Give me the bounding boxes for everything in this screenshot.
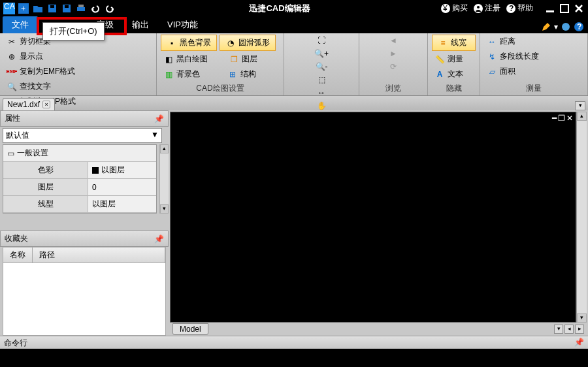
new-icon[interactable]: +: [17, 2, 30, 15]
svg-rect-5: [50, 5, 54, 8]
favorites-header[interactable]: 收藏夹 📌: [0, 231, 169, 247]
scroll-right-icon[interactable]: ▸: [575, 325, 584, 334]
canvas-vscroll[interactable]: ▴▾: [576, 112, 587, 323]
expand-tabs-icon[interactable]: ▾: [575, 101, 585, 110]
copy-emf-button[interactable]: EMF复制为EMF格式: [4, 65, 152, 78]
open-tooltip: 打开(Ctrl+O): [42, 22, 105, 40]
pin-icon[interactable]: 📌: [154, 114, 164, 123]
zoom-out-icon[interactable]: 🔍-: [288, 61, 355, 72]
group-measure: ↔距离 ↯多段线长度 ▱面积 测量: [480, 33, 588, 95]
zoom-in-icon[interactable]: 🔍+: [288, 48, 355, 59]
help-icon[interactable]: ?: [574, 22, 584, 32]
props-scrollbar[interactable]: ▴▾: [159, 144, 169, 214]
prev-icon[interactable]: ◄: [363, 35, 423, 46]
pin-icon[interactable]: 📌: [154, 234, 164, 244]
close-icon[interactable]: [574, 3, 584, 14]
print-icon[interactable]: [74, 2, 88, 15]
lineweight-icon: ≡: [438, 38, 448, 48]
show-points-button[interactable]: ⊕显示点: [4, 50, 152, 63]
close-doc-icon[interactable]: ×: [42, 101, 50, 108]
bw-draw-button[interactable]: ◧黑白绘图: [161, 52, 210, 66]
svg-point-13: [477, 6, 480, 8]
arc-icon: ◔: [225, 38, 236, 48]
tab-file[interactable]: 文件: [3, 16, 38, 33]
svg-text:?: ?: [577, 22, 581, 31]
scroll-left-icon[interactable]: ◂: [564, 325, 574, 334]
canvas-area: ━ ❐ ✕ ▴▾ Model ▾ ◂ ▸: [169, 110, 588, 336]
app-title: 迅捷CAD编辑器: [119, 3, 440, 14]
canvas-restore-icon[interactable]: ❐: [558, 114, 565, 123]
layer-button[interactable]: ❐图层: [226, 52, 260, 66]
text-icon: A: [434, 69, 445, 80]
svg-rect-17: [561, 5, 568, 12]
ribbon: ✂剪切框架 ⊕显示点 EMF复制为EMF格式 🔍查找文字 BMP复制为BMP格式…: [0, 33, 588, 96]
fit-width-icon[interactable]: ↔: [288, 87, 355, 99]
ruler-icon: 📏: [434, 54, 445, 65]
col-name[interactable]: 名称: [3, 247, 33, 263]
layout-tabs: Model ▾ ◂ ▸: [170, 323, 587, 336]
tab-output[interactable]: 输出: [123, 16, 158, 33]
black-bg-button[interactable]: ▪黑色背景: [161, 35, 217, 51]
maximize-icon[interactable]: [559, 3, 570, 14]
group-tools: ✂剪切框架 ⊕显示点 EMF复制为EMF格式 🔍查找文字 BMP复制为BMP格式…: [0, 33, 157, 95]
pen-icon[interactable]: [541, 22, 551, 32]
target-icon: ⊕: [7, 52, 17, 62]
document-tab[interactable]: New1.dxf ×: [3, 98, 55, 110]
svg-rect-9: [78, 5, 84, 7]
save-icon[interactable]: [46, 2, 59, 15]
properties-header[interactable]: 属性 📌: [0, 110, 169, 127]
style-icon[interactable]: [561, 22, 571, 32]
svg-point-18: [562, 23, 570, 31]
default-combo[interactable]: 默认值▼: [3, 128, 162, 143]
distance-button[interactable]: ↔距离: [484, 35, 583, 48]
structure-button[interactable]: ⊞结构: [225, 67, 259, 81]
area-icon: ▱: [487, 67, 497, 77]
zoom-extents-icon[interactable]: ⛶: [288, 35, 355, 46]
layer-icon: ❐: [229, 54, 239, 65]
buy-button[interactable]: ¥购买: [440, 3, 468, 14]
svg-text:?: ?: [509, 4, 514, 13]
minimize-icon[interactable]: [545, 3, 555, 14]
group-cad-settings: ▪黑色背景 ◔圆滑弧形 ◧黑白绘图 ❐图层 ▥背景色 ⊞结构 CAD绘图设置: [157, 33, 284, 95]
prop-row-layer[interactable]: 图层0: [3, 179, 156, 196]
drawing-canvas[interactable]: ━ ❐ ✕: [170, 112, 576, 323]
zoom-window-icon[interactable]: ⬚: [288, 74, 355, 86]
svg-rect-7: [65, 5, 69, 8]
area-button[interactable]: ▱面积: [484, 65, 583, 78]
section-general[interactable]: ▭一般设置: [3, 145, 156, 162]
col-path[interactable]: 路径: [33, 247, 165, 263]
prop-row-linetype[interactable]: 线型以图层: [3, 196, 156, 213]
bg-color-button[interactable]: ▥背景色: [161, 67, 203, 81]
bw-icon: ◧: [163, 54, 174, 65]
pin-icon[interactable]: 📌: [574, 338, 584, 347]
redo-icon[interactable]: [103, 2, 116, 15]
refresh-icon[interactable]: ⟳: [363, 61, 423, 72]
measure-button[interactable]: 📏测量: [432, 52, 476, 66]
command-line-header[interactable]: 命令行 📌: [0, 336, 588, 349]
black-bg-icon: ▪: [167, 38, 177, 48]
model-tab[interactable]: Model: [172, 323, 208, 335]
canvas-close-icon[interactable]: ✕: [566, 114, 573, 123]
canvas-min-icon[interactable]: ━: [552, 114, 557, 123]
group-position: ⛶ 🔍+ 🔍- ⬚ ↔ ✋ ↻ ◈ 位置: [284, 33, 359, 95]
register-button[interactable]: 注册: [473, 3, 500, 14]
undo-icon[interactable]: [89, 2, 102, 15]
title-bar: CAD + 迅捷CAD编辑器 ¥购买 注册 ?帮助: [0, 0, 588, 16]
find-text-button[interactable]: 🔍查找文字: [4, 80, 152, 93]
properties-grid: ▭一般设置 色彩以图层 图层0 线型以图层: [3, 144, 157, 214]
smooth-arc-button[interactable]: ◔圆滑弧形: [220, 35, 276, 51]
open-icon[interactable]: [31, 2, 44, 15]
collapse-icon[interactable]: ▭: [7, 149, 14, 158]
prop-row-color[interactable]: 色彩以图层: [3, 162, 156, 179]
help-button[interactable]: ?帮助: [506, 3, 533, 14]
next-icon[interactable]: ►: [363, 48, 423, 59]
expand-layouts-icon[interactable]: ▾: [554, 325, 563, 334]
svg-rect-16: [546, 10, 554, 12]
line-width-button[interactable]: ≡线宽: [432, 35, 476, 51]
saveas-icon[interactable]: [60, 2, 73, 15]
tab-vip[interactable]: VIP功能: [158, 16, 207, 33]
emf-icon: EMF: [7, 67, 17, 77]
text-button[interactable]: A文本: [432, 67, 476, 81]
polyline-length-button[interactable]: ↯多段线长度: [484, 50, 583, 63]
group-label: 隐藏: [432, 82, 476, 94]
